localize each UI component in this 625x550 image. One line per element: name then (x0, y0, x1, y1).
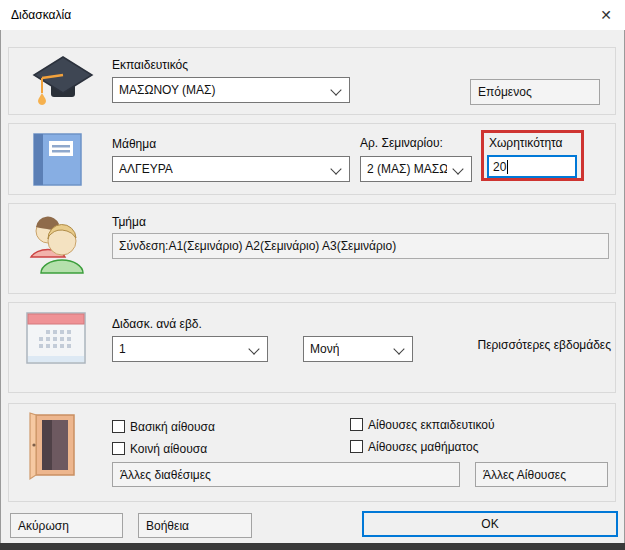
dialog-title: Διδασκαλία (11, 8, 71, 22)
checkbox-main-room-label: Βασική αίθουσα (130, 420, 215, 434)
lesson-dropdown-value: ΑΛΓΕΥΡΑ (119, 162, 173, 176)
close-icon[interactable]: ✕ (595, 5, 617, 25)
book-icon (33, 133, 83, 187)
graduation-cap-icon (28, 55, 96, 107)
class-connection-field: Σύνδεση:Α1(Σεμινάριο) Α2(Σεμινάριο) Α3(Σ… (112, 233, 609, 259)
more-weeks-label[interactable]: Περισσότερες εβδομάδες (478, 338, 611, 352)
rooms-groupbox (8, 403, 616, 502)
seminar-number-label: Αρ. Σεμιναρίου: (360, 136, 443, 150)
chevron-down-icon (393, 343, 404, 354)
lesson-dropdown[interactable]: ΑΛΓΕΥΡΑ (112, 156, 350, 182)
help-button[interactable]: Βοήθεια (138, 513, 252, 538)
capacity-input[interactable]: 20 (487, 155, 577, 178)
checkbox-icon[interactable] (112, 420, 125, 433)
cancel-button-label: Ακύρωση (18, 519, 69, 533)
chevron-down-icon (248, 343, 259, 354)
capacity-input-value: 20 (493, 160, 506, 174)
periods-per-week-label: Διδασκ. ανά εβδ. (112, 317, 202, 331)
text-caret (507, 160, 508, 174)
chevron-down-icon (330, 84, 341, 95)
checkbox-icon[interactable] (112, 442, 125, 455)
ok-button-label: OK (481, 517, 498, 531)
class-label: Τμήμα (112, 215, 146, 229)
seminar-number-dropdown[interactable]: 2 (ΜΑΣ) ΜΑΣΩΝΟ (360, 156, 472, 182)
periods-count-value: 1 (119, 342, 126, 356)
next-teacher-button-label: Επόμενος (478, 85, 532, 99)
title-bar: Διδασκαλία ✕ (0, 0, 625, 30)
seminar-number-dropdown-value: 2 (ΜΑΣ) ΜΑΣΩΝΟ (367, 162, 447, 176)
teacher-label: Εκπαιδευτικός (112, 58, 188, 72)
capacity-label: Χωρητικότητα (489, 136, 563, 150)
checkbox-teacher-rooms[interactable]: Αίθουσες εκπαιδευτικού (350, 417, 495, 432)
other-available-rooms-label: Άλλες διαθέσιμες (120, 468, 211, 482)
chevron-down-icon (452, 163, 463, 174)
periods-count-dropdown[interactable]: 1 (112, 336, 268, 362)
students-icon (24, 211, 90, 277)
checkbox-lesson-rooms[interactable]: Αίθουσες μαθήματος (350, 439, 479, 454)
week-type-dropdown[interactable]: Μονή (303, 336, 413, 362)
teacher-dropdown-value: ΜΑΣΩΝΟΥ (ΜΑΣ) (119, 83, 216, 97)
other-rooms-button[interactable]: Άλλες Αίθουσες (475, 462, 608, 487)
week-type-value: Μονή (310, 342, 339, 356)
background-window-edge (0, 543, 625, 550)
checkbox-main-room[interactable]: Βασική αίθουσα (112, 419, 215, 434)
checkbox-shared-room-label: Κοινή αίθουσα (130, 442, 207, 456)
checkbox-icon[interactable] (350, 440, 363, 453)
other-available-rooms-button[interactable]: Άλλες διαθέσιμες (112, 462, 460, 487)
calendar-icon (26, 312, 86, 364)
next-teacher-button[interactable]: Επόμενος (470, 79, 600, 105)
ok-button[interactable]: OK (362, 511, 618, 537)
checkbox-shared-room[interactable]: Κοινή αίθουσα (112, 441, 207, 456)
checkbox-lesson-rooms-label: Αίθουσες μαθήματος (368, 440, 479, 454)
lesson-label: Μάθημα (112, 137, 156, 151)
door-icon (28, 411, 78, 481)
cancel-button[interactable]: Ακύρωση (10, 513, 123, 538)
chevron-down-icon (330, 163, 341, 174)
teacher-dropdown[interactable]: ΜΑΣΩΝΟΥ (ΜΑΣ) (112, 77, 350, 103)
checkbox-teacher-rooms-label: Αίθουσες εκπαιδευτικού (368, 418, 495, 432)
checkbox-icon[interactable] (350, 418, 363, 431)
help-button-label: Βοήθεια (146, 519, 189, 533)
class-connection-value: Σύνδεση:Α1(Σεμινάριο) Α2(Σεμινάριο) Α3(Σ… (119, 239, 396, 253)
other-rooms-label: Άλλες Αίθουσες (483, 468, 566, 482)
